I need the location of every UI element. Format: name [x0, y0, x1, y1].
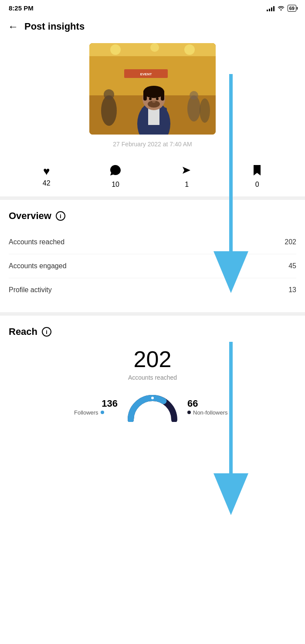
status-time: 8:25 PM: [9, 4, 34, 12]
saves-value: 0: [255, 181, 259, 189]
status-bar: 8:25 PM 69: [0, 0, 305, 14]
followers-dot: [101, 411, 104, 414]
post-image[interactable]: EVENT: [89, 43, 216, 135]
svg-text:EVENT: EVENT: [140, 72, 152, 76]
overview-section: Overview i Accounts reached 202 Accounts…: [0, 200, 305, 312]
accounts-reached-value: 202: [285, 238, 296, 246]
followers-stat: 136 Followers: [74, 398, 126, 416]
post-image-svg: EVENT: [89, 43, 216, 135]
reach-header: Reach i: [9, 326, 296, 337]
profile-activity-row[interactable]: Profile activity 13: [9, 278, 296, 302]
accounts-reached-label: Accounts reached: [9, 238, 64, 246]
post-section: EVENT 27 February 2022 at 7:40 AM: [0, 39, 305, 156]
status-icons: 69: [267, 4, 296, 12]
profile-activity-label: Profile activity: [9, 286, 52, 294]
followers-count: 136: [74, 398, 118, 409]
reach-number: 202: [9, 346, 296, 372]
svg-point-20: [149, 98, 152, 100]
accounts-engaged-value: 45: [288, 262, 296, 270]
svg-point-21: [156, 98, 159, 100]
comment-icon: [109, 164, 122, 178]
profile-activity-value: 13: [288, 286, 296, 294]
svg-point-10: [190, 91, 198, 100]
overview-header: Overview i: [9, 210, 296, 222]
svg-point-22: [152, 100, 156, 103]
share-icon: [181, 164, 193, 178]
shares-stat: 1: [181, 164, 193, 189]
section-divider-2: [0, 312, 305, 316]
overview-title: Overview: [9, 210, 51, 222]
svg-point-26: [151, 397, 154, 399]
section-divider-1: [0, 196, 305, 200]
svg-marker-25: [183, 167, 190, 174]
svg-point-6: [184, 44, 195, 55]
page-title: Post insights: [24, 21, 85, 32]
signal-icon: [267, 5, 274, 11]
non-followers-label: Non-followers: [187, 409, 231, 416]
svg-point-8: [104, 89, 114, 100]
svg-point-4: [110, 44, 121, 55]
accounts-engaged-row[interactable]: Accounts engaged 45: [9, 254, 296, 278]
followers-label: Followers: [74, 409, 118, 416]
comments-stat: 10: [109, 164, 122, 189]
reach-title: Reach: [9, 326, 37, 337]
reach-chart: 136 Followers 66 Non-followers: [9, 391, 296, 422]
accounts-engaged-label: Accounts engaged: [9, 262, 67, 270]
svg-rect-18: [161, 90, 164, 101]
svg-rect-17: [143, 90, 147, 101]
page-header: ← Post insights: [0, 14, 305, 39]
saves-stat: 0: [252, 164, 262, 189]
reach-section: Reach i 202 Accounts reached 136 Followe…: [0, 316, 305, 435]
svg-point-7: [101, 95, 117, 126]
non-followers-count: 66: [187, 398, 231, 409]
non-followers-stat: 66 Non-followers: [179, 398, 231, 416]
likes-stat: ♥ 42: [43, 165, 51, 187]
comments-value: 10: [112, 181, 119, 189]
reach-sublabel: Accounts reached: [9, 374, 296, 381]
overview-info-icon[interactable]: i: [56, 211, 65, 221]
post-date: 27 February 2022 at 7:40 AM: [113, 141, 192, 148]
shares-value: 1: [185, 181, 189, 189]
svg-point-5: [150, 43, 159, 52]
back-button[interactable]: ←: [8, 20, 18, 33]
bookmark-icon: [252, 164, 262, 178]
donut-chart: [126, 391, 179, 422]
heart-icon: ♥: [43, 165, 50, 177]
non-followers-dot: [187, 411, 191, 414]
svg-point-11: [200, 98, 210, 123]
accounts-reached-row[interactable]: Accounts reached 202: [9, 230, 296, 254]
likes-value: 42: [43, 179, 51, 187]
wifi-icon: [277, 4, 285, 12]
reach-info-icon[interactable]: i: [42, 327, 51, 337]
battery-icon: 69: [288, 5, 296, 12]
stats-row: ♥ 42 10 1 0: [0, 156, 305, 196]
